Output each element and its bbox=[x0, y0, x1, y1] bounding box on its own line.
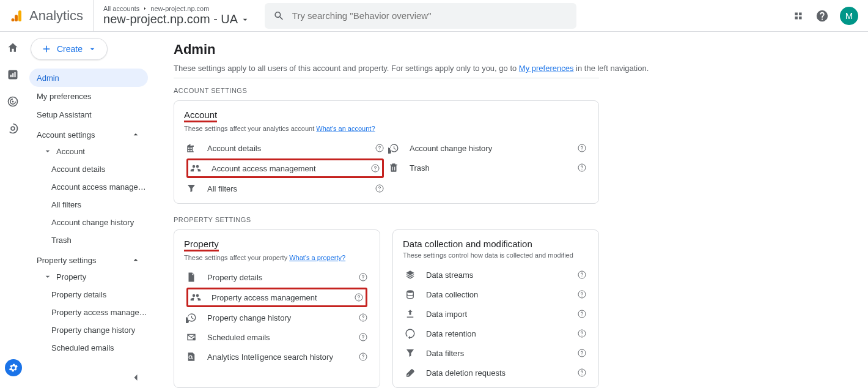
row-label: Property change history bbox=[207, 313, 348, 322]
help-icon[interactable] bbox=[576, 329, 587, 338]
plus-icon bbox=[41, 43, 52, 54]
avatar[interactable]: M bbox=[840, 7, 858, 25]
sidebar-item-label: My preferences bbox=[37, 92, 92, 101]
sidebar-leaf-scheduled-emails[interactable]: Scheduled emails bbox=[29, 339, 148, 357]
row-data-filters[interactable]: Data filters bbox=[403, 343, 589, 363]
row-property-access-management[interactable]: Property access management bbox=[186, 288, 367, 307]
row-data-deletion-requests[interactable]: Data deletion requests bbox=[403, 363, 589, 382]
create-button[interactable]: Create bbox=[31, 38, 108, 60]
main-content: 1 2 Admin These settings apply to all us… bbox=[152, 32, 868, 391]
topbar-actions: M bbox=[792, 7, 858, 25]
svg-rect-11 bbox=[15, 15, 18, 21]
sidebar-leaf-all-filters[interactable]: All filters bbox=[29, 196, 148, 214]
sidebar-section-property-settings[interactable]: Property settings bbox=[29, 249, 148, 267]
help-icon[interactable] bbox=[576, 348, 587, 358]
row-data-streams[interactable]: Data streams bbox=[403, 265, 589, 285]
sidebar-leaf-property-access[interactable]: Property access managem... bbox=[29, 303, 148, 321]
row-data-collection[interactable]: Data collection bbox=[403, 285, 589, 304]
crumb-project: new-project.np.com bbox=[150, 5, 209, 12]
row-scheduled-emails[interactable]: Scheduled emails bbox=[184, 327, 370, 347]
sidebar-item-label: Setup Assistant bbox=[37, 110, 92, 119]
sidebar-sub-label: Account bbox=[56, 147, 85, 156]
rail-reports[interactable] bbox=[6, 67, 20, 82]
layers-icon bbox=[405, 269, 416, 280]
row-label: Data collection bbox=[426, 290, 567, 299]
my-preferences-link[interactable]: My preferences bbox=[519, 64, 574, 73]
caret-down-icon bbox=[240, 15, 250, 24]
card-account: Account These settings affect your analy… bbox=[174, 100, 599, 204]
help-icon[interactable] bbox=[576, 270, 587, 280]
row-property-change-history[interactable]: Property change history bbox=[184, 308, 370, 327]
help-icon[interactable] bbox=[370, 163, 381, 173]
sidebar-item-admin[interactable]: Admin bbox=[29, 69, 148, 87]
apps-icon[interactable] bbox=[792, 10, 804, 22]
card-subtitle: These settings control how data is colle… bbox=[403, 251, 589, 259]
create-label: Create bbox=[57, 44, 83, 54]
row-trash[interactable]: Trash bbox=[386, 158, 589, 177]
rail-home[interactable] bbox=[6, 40, 20, 55]
row-data-import[interactable]: Data import bbox=[403, 304, 589, 324]
breadcrumb: All accounts new-project.np.com bbox=[103, 5, 250, 12]
logo-block[interactable]: Analytics bbox=[10, 8, 83, 24]
sidebar-leaf-account-history[interactable]: Account change history bbox=[29, 214, 148, 231]
rail-admin-gear[interactable] bbox=[5, 359, 22, 376]
help-icon[interactable] bbox=[576, 163, 587, 173]
row-data-retention[interactable]: Data retention bbox=[403, 324, 589, 343]
rail-advertising[interactable] bbox=[6, 121, 20, 136]
section-property-settings-label: PROPERTY SETTINGS bbox=[174, 216, 868, 223]
analytics-logo-icon bbox=[10, 9, 24, 23]
whats-a-property-link[interactable]: What's a property? bbox=[289, 254, 345, 261]
desc-text-2: in the left navigation. bbox=[573, 64, 649, 73]
upload-icon bbox=[405, 308, 416, 319]
group-icon bbox=[190, 292, 201, 303]
row-label: Data filters bbox=[426, 349, 567, 358]
chevron-up-icon bbox=[131, 130, 141, 140]
trash-icon bbox=[388, 162, 399, 173]
row-account-access-management[interactable]: Account access management bbox=[186, 158, 384, 178]
sidebar-leaf-account-access[interactable]: Account access managem... bbox=[29, 178, 148, 196]
help-icon[interactable] bbox=[374, 143, 385, 153]
sidebar-section-account-settings[interactable]: Account settings bbox=[29, 124, 148, 142]
account-selector[interactable]: All accounts new-project.np.com new-proj… bbox=[93, 0, 250, 31]
sidebar-item-preferences[interactable]: My preferences bbox=[29, 87, 148, 105]
sidebar-sub-property[interactable]: Property bbox=[29, 267, 148, 286]
sidebar: Create Admin My preferences Setup Assist… bbox=[26, 32, 152, 391]
help-icon[interactable] bbox=[576, 289, 587, 299]
help-icon[interactable] bbox=[358, 313, 369, 322]
chevron-right-icon bbox=[142, 6, 148, 12]
help-icon[interactable] bbox=[358, 332, 369, 342]
account-name-row: new-project.np.com - UA bbox=[103, 12, 250, 26]
sidebar-leaf-trash[interactable]: Trash bbox=[29, 231, 148, 249]
row-analytics-intelligence-search-history[interactable]: Analytics Intelligence search history bbox=[184, 347, 370, 367]
building-icon bbox=[186, 143, 197, 154]
card-sub-text: These settings affect your property bbox=[184, 254, 289, 261]
help-icon[interactable] bbox=[358, 272, 369, 282]
search-box[interactable] bbox=[265, 3, 576, 29]
row-account-details[interactable]: Account details bbox=[184, 138, 386, 158]
row-all-filters[interactable]: All filters bbox=[184, 179, 386, 198]
section-account-settings-label: ACCOUNT SETTINGS bbox=[174, 87, 868, 94]
sidebar-item-setup-assistant[interactable]: Setup Assistant bbox=[29, 105, 148, 124]
help-icon[interactable] bbox=[815, 9, 829, 23]
search-input[interactable] bbox=[292, 10, 568, 21]
row-account-change-history[interactable]: Account change history bbox=[386, 138, 589, 158]
svg-rect-10 bbox=[18, 10, 21, 21]
row-label: Trash bbox=[410, 163, 567, 173]
row-property-details[interactable]: Property details bbox=[184, 267, 370, 287]
row-label: Property details bbox=[207, 273, 348, 282]
sidebar-sub-account[interactable]: Account bbox=[29, 142, 148, 160]
sidebar-leaf-property-history[interactable]: Property change history bbox=[29, 321, 148, 339]
help-icon[interactable] bbox=[576, 368, 587, 378]
crumb-all-accounts: All accounts bbox=[103, 5, 139, 12]
help-icon[interactable] bbox=[576, 309, 587, 319]
help-icon[interactable] bbox=[358, 352, 369, 362]
sidebar-leaf-account-details[interactable]: Account details bbox=[29, 160, 148, 178]
help-icon[interactable] bbox=[374, 184, 385, 193]
help-icon[interactable] bbox=[576, 143, 587, 153]
sidebar-leaf-property-details[interactable]: Property details bbox=[29, 286, 148, 303]
sidebar-collapse[interactable] bbox=[130, 371, 142, 384]
help-icon[interactable] bbox=[353, 292, 364, 302]
row-label: Data deletion requests bbox=[426, 368, 567, 378]
whats-an-account-link[interactable]: What's an account? bbox=[316, 125, 375, 132]
rail-explore[interactable] bbox=[6, 94, 20, 109]
